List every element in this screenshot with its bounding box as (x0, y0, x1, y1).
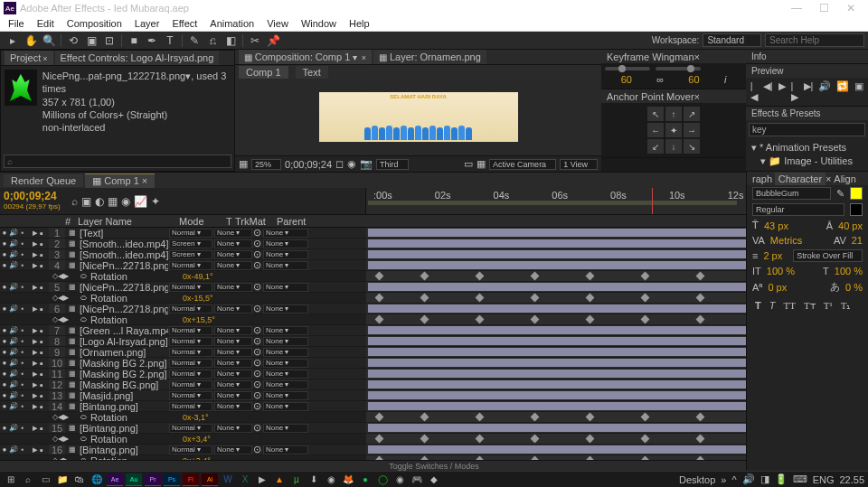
anchor-b[interactable]: ↓ (665, 139, 682, 154)
visibility-toggle-icon[interactable]: ● (0, 424, 9, 432)
store-icon[interactable]: 🛍 (72, 473, 87, 486)
layer-row[interactable]: ●🔊▪▸▪10▦[Masking BG 2.png]Normal ▾None ▾… (0, 358, 868, 369)
keyframe-icon[interactable] (696, 456, 705, 460)
layer-row[interactable]: ●🔊▪▸▪12▦[Masking BG.png]Normal ▾None ▾⊙N… (0, 379, 868, 390)
allcaps-button[interactable]: TT (780, 299, 797, 313)
audio-toggle-icon[interactable]: 🔊 (9, 424, 18, 432)
stroke-width-value[interactable]: 2 px (763, 250, 782, 261)
audio-toggle-icon[interactable]: 🔊 (9, 250, 18, 258)
line-icon[interactable]: ◯ (375, 473, 390, 486)
vscale-value[interactable]: 100 % (767, 266, 795, 276)
parent-dropdown[interactable]: None ▾ (263, 445, 308, 454)
keyframe-icon[interactable] (696, 272, 705, 281)
network-icon[interactable]: ◨ (760, 473, 769, 485)
ai-taskbar-icon[interactable]: Ai (202, 473, 218, 486)
audio-toggle-icon[interactable]: 🔊 (9, 359, 18, 367)
parent-dropdown[interactable]: None ▾ (263, 391, 308, 400)
keyframe-icon[interactable] (531, 272, 540, 281)
blend-mode-dropdown[interactable]: Screen ▾ (169, 250, 212, 259)
visibility-toggle-icon[interactable]: ● (0, 348, 9, 356)
language-indicator[interactable]: ENG (813, 474, 835, 485)
keyframe-icon[interactable] (586, 456, 595, 460)
keyframe-icon[interactable] (696, 315, 705, 324)
keyframe-icon[interactable] (531, 413, 540, 422)
tracking-value[interactable]: 21 (852, 235, 863, 246)
layer-row[interactable]: ●🔊▪▸▪14▦[Bintang.png]Normal ▾None ▾⊙None… (0, 401, 868, 412)
last-frame-icon[interactable]: ▶| (802, 80, 816, 103)
menu-effect[interactable]: Effect (165, 18, 203, 29)
keyframe-icon[interactable] (586, 272, 595, 281)
subscript-button[interactable]: T₁ (838, 299, 854, 313)
trkmat-dropdown[interactable]: None ▾ (214, 304, 252, 314)
taskview-icon[interactable]: ▭ (38, 473, 52, 486)
visibility-toggle-icon[interactable]: ● (0, 391, 9, 399)
trkmat-dropdown[interactable]: None ▾ (214, 424, 252, 433)
keyframe-icon[interactable] (641, 294, 650, 303)
blend-mode-dropdown[interactable]: Normal ▾ (169, 391, 212, 400)
visibility-toggle-icon[interactable]: ● (0, 304, 9, 313)
idm-icon[interactable]: ⬇ (307, 473, 321, 486)
layer-row[interactable]: ●🔊▪▸▪3▦[Smooth...ideo.mp4]Screen ▾None ▾… (0, 249, 868, 260)
search-layer-icon[interactable]: ⌕ (71, 195, 78, 208)
project-thumbnail[interactable] (5, 70, 37, 106)
anchor-tr[interactable]: ↗ (684, 107, 700, 121)
blend-mode-dropdown[interactable]: Normal ▾ (169, 261, 212, 270)
maximize-button[interactable]: ☐ (810, 2, 837, 14)
keyframe-icon[interactable] (420, 435, 429, 444)
blend-mode-dropdown[interactable]: Normal ▾ (169, 229, 212, 238)
app-icon-2[interactable]: ◆ (427, 473, 441, 486)
start-button-icon[interactable]: ⊞ (4, 473, 18, 486)
layer-tab[interactable]: ▦ Layer: Ornamen.png (373, 50, 486, 64)
visibility-toggle-icon[interactable]: ● (0, 359, 9, 367)
keyframe-icon[interactable] (375, 456, 384, 460)
blend-mode-dropdown[interactable]: Normal ▾ (169, 283, 212, 292)
wingman-slider-1[interactable] (605, 67, 650, 70)
anchor-r[interactable]: → (684, 123, 700, 137)
trkmat-dropdown[interactable]: None ▾ (214, 402, 252, 411)
parent-dropdown[interactable]: None ▾ (263, 348, 308, 357)
blend-mode-dropdown[interactable]: Normal ▾ (169, 348, 212, 357)
parent-dropdown[interactable]: None ▾ (263, 380, 308, 389)
blend-mode-dropdown[interactable]: Normal ▾ (169, 380, 212, 389)
audio-toggle-icon[interactable]: 🔊 (9, 337, 18, 345)
keyframe-icon[interactable] (476, 413, 485, 422)
camera-tool-icon[interactable]: ▣ (83, 33, 99, 48)
hscale-value[interactable]: 100 % (835, 266, 863, 276)
transparency-icon[interactable]: ▦ (476, 158, 486, 170)
blend-mode-dropdown[interactable]: Normal ▾ (169, 326, 212, 335)
info-panel-header[interactable]: Info (746, 50, 868, 63)
keyframe-icon[interactable] (531, 435, 540, 444)
grid-icon[interactable]: ▦ (239, 158, 248, 170)
layer-row[interactable]: ●🔊▪▸▪1▦[Text]Normal ▾None ▾⊙None ▾ (0, 228, 868, 239)
roi-icon[interactable]: ▭ (464, 158, 473, 170)
vlc-icon[interactable]: ▲ (272, 473, 287, 486)
rect-tool-icon[interactable]: ■ (126, 33, 142, 48)
trkmat-dropdown[interactable]: None ▾ (214, 250, 252, 259)
preset-subfolder[interactable]: ▾ 📁 Image - Utilities (751, 155, 863, 168)
blend-mode-dropdown[interactable]: Screen ▾ (169, 239, 212, 248)
keyframe-icon[interactable] (420, 294, 429, 303)
clock[interactable]: 22.55 (839, 474, 864, 485)
stroke-color-swatch[interactable] (850, 203, 863, 216)
layer-row[interactable]: ●🔊▪▸▪6▦[NicePn...22718.png]Normal ▾None … (0, 304, 868, 314)
audio-toggle-icon[interactable]: 🔊 (9, 402, 18, 410)
trkmat-dropdown[interactable]: None ▾ (214, 239, 252, 248)
keyframe-icon[interactable] (531, 315, 540, 324)
word-icon[interactable]: W (221, 473, 235, 486)
keyframe-icon[interactable] (375, 294, 384, 303)
keyframe-icon[interactable] (696, 413, 705, 422)
audio-toggle-icon[interactable]: 🔊 (9, 445, 18, 454)
wingman-val-1[interactable]: 60 (621, 74, 632, 85)
current-timecode[interactable]: 0;00;09;24 (4, 190, 64, 202)
blend-mode-dropdown[interactable]: Normal ▾ (169, 359, 212, 368)
firefox-icon[interactable]: 🦊 (341, 473, 355, 486)
audio-icon[interactable]: 🔊 (816, 80, 833, 103)
graph-tab[interactable]: raph (752, 173, 772, 184)
comp-subtab-2[interactable]: Text (296, 66, 328, 79)
brainstorm-icon[interactable]: ✦ (151, 195, 160, 208)
menu-view[interactable]: View (260, 18, 295, 29)
close-button[interactable]: ✕ (837, 2, 864, 14)
keyframe-icon[interactable] (641, 272, 650, 281)
stroke-option-dropdown[interactable]: Stroke Over Fill (793, 249, 863, 262)
parent-dropdown[interactable]: None ▾ (263, 326, 308, 335)
